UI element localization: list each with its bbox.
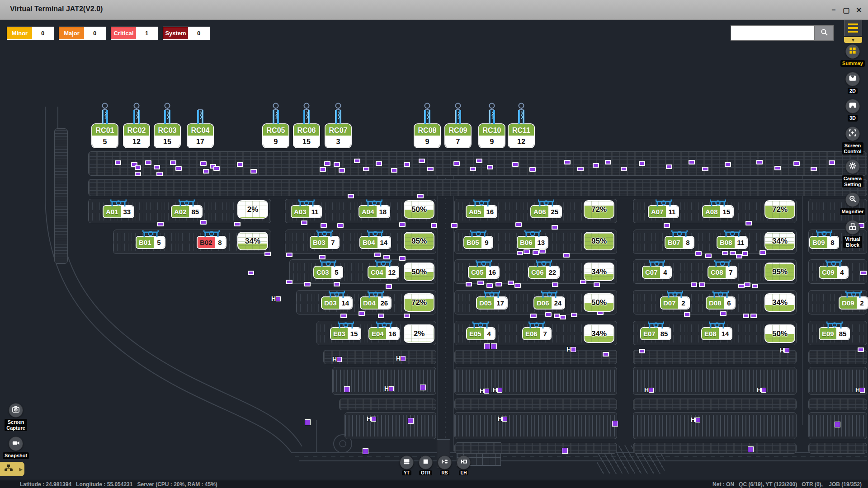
rc-crane-rc07[interactable]: RC073 <box>326 103 351 147</box>
occupancy-box[interactable]: 34% <box>585 325 613 342</box>
alarm-badge-critical[interactable]: Critical1 <box>111 27 157 39</box>
filter-otr-button[interactable]: OTR <box>419 455 433 475</box>
sidebar-item-magnifier[interactable]: Magnifier <box>840 192 866 215</box>
block-e04[interactable]: E0416 <box>369 328 399 339</box>
occupancy-box[interactable]: 34% <box>585 263 613 280</box>
alarm-badge-major[interactable]: Major0 <box>59 27 105 39</box>
rc-crane-rc10[interactable]: RC109 <box>479 103 505 147</box>
block-a02[interactable]: A0285 <box>172 206 202 217</box>
block-d04[interactable]: D0426 <box>361 297 391 309</box>
minimize-button[interactable]: – <box>827 4 840 16</box>
occupancy-box[interactable]: 34% <box>238 233 267 249</box>
rc-crane-rc11[interactable]: RC1112 <box>509 103 534 147</box>
block-d06[interactable]: D0624 <box>534 297 564 309</box>
rc-crane-rc01[interactable]: RC015 <box>92 103 118 147</box>
block-b07[interactable]: B078 <box>665 237 693 248</box>
search-button[interactable] <box>815 25 834 41</box>
occupancy-box[interactable]: 95% <box>765 263 794 280</box>
block-d08[interactable]: D086 <box>707 297 735 309</box>
occupancy-box[interactable]: 50% <box>585 294 613 311</box>
block-a05[interactable]: A0516 <box>467 206 496 217</box>
block-a07[interactable]: A0711 <box>649 206 678 217</box>
rc-crane-rc09[interactable]: RC097 <box>445 103 471 147</box>
alarm-badge-system[interactable]: System0 <box>163 27 209 39</box>
occupancy-box[interactable]: 2% <box>405 325 434 342</box>
block-d05[interactable]: D0517 <box>477 297 507 309</box>
alarm-badge-minor[interactable]: Minor0 <box>7 27 53 39</box>
occupancy-box[interactable]: 34% <box>765 294 794 311</box>
sidebar-item-3d[interactable]: 3D <box>845 99 860 122</box>
sidebar-item-screen-control[interactable]: Screen Control <box>842 127 863 155</box>
block-b06[interactable]: B0613 <box>518 237 547 248</box>
screen-capture-button[interactable]: Screen Capture <box>5 403 27 431</box>
container-marker <box>264 252 271 256</box>
sidebar-item-camera-setting[interactable]: Camera Setting <box>842 160 863 188</box>
block-a03[interactable]: A0311 <box>292 206 321 217</box>
rc-crane-rc05[interactable]: RC059 <box>263 103 288 147</box>
block-e09[interactable]: E0985 <box>820 328 849 339</box>
rc-crane-rc02[interactable]: RC0212 <box>124 103 149 147</box>
block-a01[interactable]: A0133 <box>104 206 133 217</box>
menu-button[interactable] <box>844 20 862 36</box>
block-e03[interactable]: E0315 <box>331 328 360 339</box>
block-c09[interactable]: C094 <box>820 267 848 278</box>
occupancy-box[interactable]: 72% <box>765 201 794 218</box>
block-c03[interactable]: C035 <box>314 267 342 278</box>
occupancy-box[interactable]: 50% <box>765 325 794 342</box>
container-marker <box>524 249 530 254</box>
occupancy-percent: 34% <box>765 233 794 249</box>
occupancy-box[interactable]: 2% <box>238 201 267 218</box>
sidebar-item-summay[interactable]: Summay <box>840 44 865 67</box>
occupancy-box[interactable]: 50% <box>405 263 434 280</box>
network-flyout-tab[interactable]: ▶ <box>0 462 24 476</box>
block-c06[interactable]: C0622 <box>529 267 559 278</box>
block-c04[interactable]: C0412 <box>368 267 398 278</box>
filter-eh-button[interactable]: EH <box>457 455 471 475</box>
maximize-button[interactable]: ▢ <box>840 4 853 16</box>
block-d07[interactable]: D072 <box>661 297 689 309</box>
terminal-map[interactable]: RC015RC0212RC0315RC0417RC059RC0615RC073R… <box>0 20 868 480</box>
occupancy-box[interactable]: 34% <box>765 233 794 249</box>
block-b03[interactable]: B037 <box>311 237 339 248</box>
block-e05[interactable]: E054 <box>467 328 495 339</box>
rtg-crane-icon <box>671 229 688 238</box>
block-a08[interactable]: A0815 <box>703 206 733 217</box>
sidebar-item-virtual-block[interactable]: Virtual Block <box>843 220 862 248</box>
filter-yt-button[interactable]: YT <box>400 455 414 475</box>
block-b05[interactable]: B059 <box>464 237 492 248</box>
rc-crane-rc06[interactable]: RC0615 <box>294 103 319 147</box>
block-d09[interactable]: D092 <box>840 297 868 309</box>
alarm-count: 0 <box>84 27 105 39</box>
block-c08[interactable]: C087 <box>708 267 736 278</box>
snapshot-button[interactable]: Snapshot <box>3 436 29 459</box>
hatch-box <box>784 348 789 353</box>
occupancy-box[interactable]: 95% <box>585 233 613 249</box>
rc-crane-rc04[interactable]: RC0417 <box>188 103 213 147</box>
filter-rs-button[interactable]: RS <box>438 455 452 475</box>
block-c07[interactable]: C074 <box>643 267 671 278</box>
block-b04[interactable]: B0414 <box>360 237 390 248</box>
rtg-crane-icon <box>366 198 382 207</box>
rc-crane-rc03[interactable]: RC0315 <box>155 103 180 147</box>
block-c05[interactable]: C0516 <box>469 267 499 278</box>
search-input[interactable] <box>731 25 815 41</box>
block-e08[interactable]: E0814 <box>702 328 731 339</box>
block-a06[interactable]: A0625 <box>531 206 561 217</box>
block-e06[interactable]: E067 <box>523 328 551 339</box>
block-e07[interactable]: E0785 <box>641 328 670 339</box>
block-a04[interactable]: A0418 <box>359 206 389 217</box>
menu-collapse-strip[interactable]: ▼ <box>844 37 862 43</box>
sidebar-item-2d[interactable]: 2D <box>845 72 860 94</box>
block-b01[interactable]: B015 <box>137 237 165 248</box>
block-b02[interactable]: B028 <box>198 237 226 248</box>
occupancy-box[interactable]: 50% <box>405 201 434 218</box>
occupancy-box[interactable]: 95% <box>405 233 434 249</box>
hatch-box <box>337 357 342 362</box>
rc-crane-rc08[interactable]: RC089 <box>415 103 440 147</box>
block-b08[interactable]: B0811 <box>717 237 747 248</box>
occupancy-box[interactable]: 72% <box>405 294 434 311</box>
occupancy-box[interactable]: 72% <box>585 201 613 218</box>
block-d03[interactable]: D0314 <box>322 297 352 309</box>
block-b09[interactable]: B098 <box>810 237 838 248</box>
close-button[interactable]: ✕ <box>853 4 865 16</box>
